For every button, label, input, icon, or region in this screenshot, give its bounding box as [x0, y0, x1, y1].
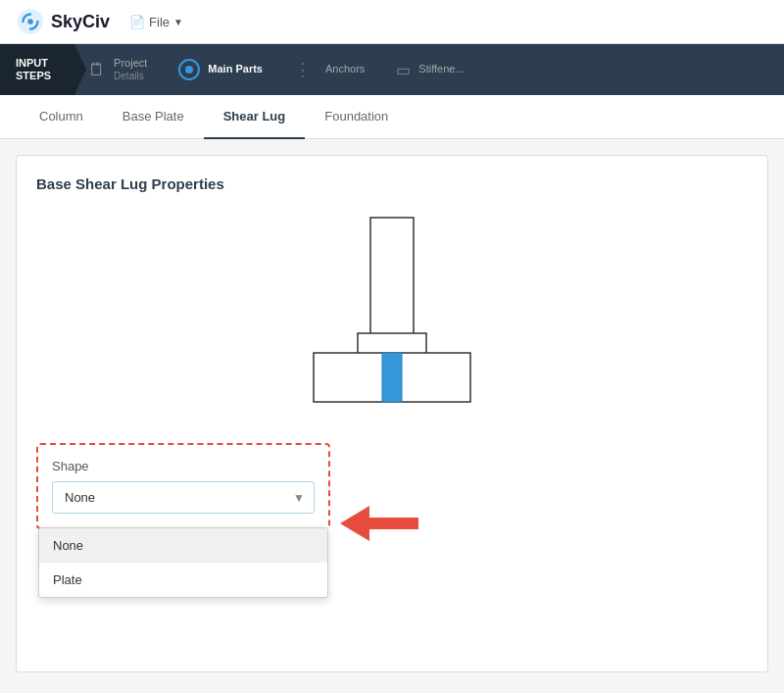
- dots-icon: ⋮: [294, 59, 312, 80]
- chevron-down-icon: ▼: [173, 17, 183, 27]
- step-sublabel-project: Details: [114, 71, 147, 82]
- red-arrow-container: [340, 502, 418, 545]
- input-steps-label: INPUT: [16, 57, 51, 70]
- tab-shear-lug[interactable]: Shear Lug: [204, 95, 306, 139]
- step-anchors[interactable]: ⋮ Anchors: [280, 44, 382, 95]
- tab-shear-lug-label: Shear Lug: [223, 109, 286, 124]
- dropdown-wrapper: None Plate ▼: [52, 481, 315, 514]
- step-label-stiffener: Stiffene...: [418, 63, 464, 75]
- nav-steps: INPUT STEPS 🗒 Project Details Main Parts…: [0, 44, 784, 95]
- shape-section: Shape None Plate ▼ None Plate: [36, 443, 330, 529]
- tab-column-label: Column: [39, 109, 83, 124]
- step-circle-inner: [185, 66, 193, 74]
- file-menu[interactable]: 📄 File ▼: [129, 15, 183, 29]
- svg-rect-2: [358, 333, 426, 355]
- section-title: Base Shear Lug Properties: [36, 175, 748, 192]
- step-main-parts[interactable]: Main Parts: [165, 44, 280, 95]
- step-label-anchors: Anchors: [325, 63, 365, 75]
- svg-marker-5: [340, 506, 418, 541]
- tabs-row: Column Base Plate Shear Lug Foundation: [0, 95, 784, 139]
- diagram-svg: [265, 208, 519, 423]
- app-name: SkyCiv: [51, 12, 110, 32]
- top-bar: SkyCiv 📄 File ▼: [0, 0, 784, 44]
- step-project-details[interactable]: 🗒 Project Details: [74, 44, 165, 95]
- shape-row: Shape None Plate ▼ None Plate: [36, 443, 748, 545]
- step-stiffener[interactable]: ▭ Stiffene...: [382, 44, 481, 95]
- step-label-project: Project: [114, 57, 147, 70]
- tab-base-plate[interactable]: Base Plate: [103, 95, 204, 139]
- file-icon: 📄: [129, 15, 145, 29]
- shear-lug-diagram: [36, 208, 748, 423]
- document-icon: 🗒: [88, 60, 106, 80]
- svg-rect-1: [370, 218, 414, 335]
- shape-dropdown-menu: None Plate: [38, 527, 328, 598]
- step-input[interactable]: INPUT STEPS: [0, 44, 74, 95]
- tab-foundation-label: Foundation: [324, 109, 388, 124]
- step-circle-main: [178, 59, 200, 80]
- svg-rect-4: [382, 353, 402, 402]
- tab-base-plate-label: Base Plate: [122, 109, 184, 124]
- input-steps-sublabel: STEPS: [16, 70, 51, 82]
- dropdown-item-none[interactable]: None: [39, 528, 327, 563]
- file-label: File: [149, 15, 170, 29]
- shape-label: Shape: [52, 459, 315, 473]
- tab-column[interactable]: Column: [20, 95, 103, 139]
- rect-icon: ▭: [396, 61, 411, 79]
- option-plate-label: Plate: [53, 572, 82, 587]
- option-none-label: None: [53, 538, 83, 553]
- shape-select[interactable]: None Plate: [52, 481, 315, 514]
- svg-point-0: [27, 19, 33, 25]
- red-arrow-svg: [340, 502, 418, 545]
- dropdown-item-plate[interactable]: Plate: [39, 563, 327, 597]
- tab-foundation[interactable]: Foundation: [305, 95, 408, 139]
- main-content: Base Shear Lug Properties Shape None Pla…: [16, 155, 768, 672]
- skyciv-logo-icon: [16, 7, 45, 36]
- logo: SkyCiv: [16, 7, 110, 36]
- step-label-main: Main Parts: [208, 63, 263, 75]
